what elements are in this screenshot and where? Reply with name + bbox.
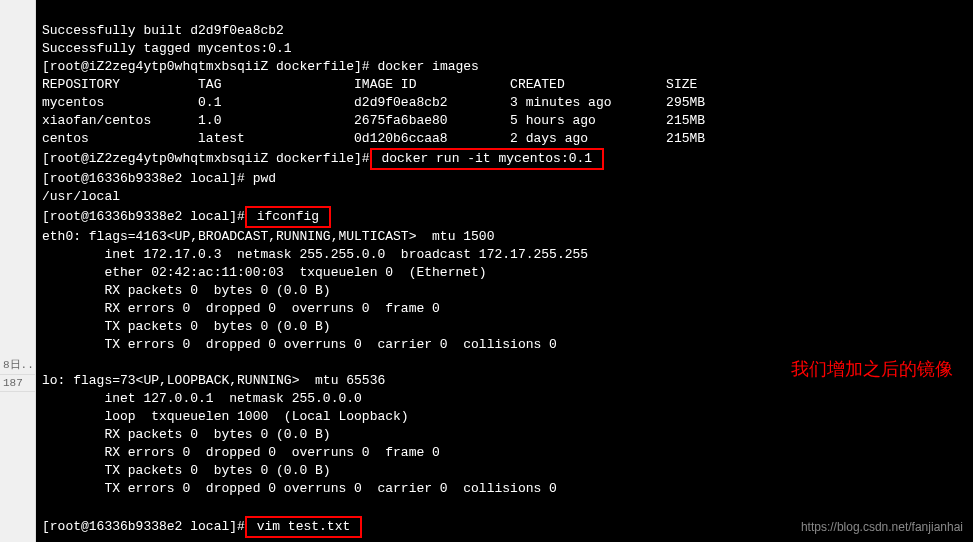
terminal-line: TX errors 0 dropped 0 overruns 0 carrier… [42, 337, 557, 352]
terminal-line: /usr/local [42, 189, 120, 204]
terminal-prompt: [root@16336b9338e2 local]# [42, 209, 245, 224]
sidebar: 8日... 187 [0, 0, 36, 542]
highlighted-command: vim test.txt [245, 516, 362, 538]
terminal-line: lo: flags=73<UP,LOOPBACK,RUNNING> mtu 65… [42, 373, 385, 388]
terminal-line: ether 02:42:ac:11:00:03 txqueuelen 0 (Et… [42, 265, 487, 280]
watermark-text: https://blog.csdn.net/fanjianhai [801, 518, 963, 536]
highlighted-command: ifconfig [245, 206, 331, 228]
terminal-prompt: [root@iZ2zeg4ytp0whqtmxbsqiiZ dockerfile… [42, 59, 377, 74]
terminal-line: TX packets 0 bytes 0 (0.0 B) [42, 463, 331, 478]
terminal-command: pwd [253, 171, 276, 186]
terminal-command: docker images [377, 59, 478, 74]
sidebar-item[interactable]: 187 [0, 375, 35, 392]
annotation-text: 我们增加之后的镜像 [791, 360, 953, 378]
highlighted-command: docker run -it mycentos:0.1 [370, 148, 604, 170]
terminal-line: Successfully built d2d9f0ea8cb2 [42, 23, 284, 38]
terminal-line: TX errors 0 dropped 0 overruns 0 carrier… [42, 481, 557, 496]
terminal-line: RX errors 0 dropped 0 overruns 0 frame 0 [42, 301, 440, 316]
terminal-line: RX packets 0 bytes 0 (0.0 B) [42, 283, 331, 298]
terminal-line: eth0: flags=4163<UP,BROADCAST,RUNNING,MU… [42, 229, 494, 244]
terminal-line: mycentos 0.1 d2d9f0ea8cb2 3 minutes ago … [42, 95, 705, 110]
terminal-prompt: [root@16336b9338e2 local]# [42, 519, 245, 534]
terminal-line: centos latest 0d120b6ccaa8 2 days ago 21… [42, 131, 705, 146]
terminal-line: RX packets 0 bytes 0 (0.0 B) [42, 427, 331, 442]
terminal-output[interactable]: Successfully built d2d9f0ea8cb2 Successf… [36, 0, 973, 542]
terminal-prompt: [root@iZ2zeg4ytp0whqtmxbsqiiZ dockerfile… [42, 151, 370, 166]
terminal-line: TX packets 0 bytes 0 (0.0 B) [42, 319, 331, 334]
terminal-line: Successfully tagged mycentos:0.1 [42, 41, 292, 56]
terminal-line: RX errors 0 dropped 0 overruns 0 frame 0 [42, 445, 440, 460]
terminal-prompt: [root@16336b9338e2 local]# [42, 171, 253, 186]
terminal-line: REPOSITORY TAG IMAGE ID CREATED SIZE [42, 77, 697, 92]
terminal-line: loop txqueuelen 1000 (Local Loopback) [42, 409, 409, 424]
terminal-line: xiaofan/centos 1.0 2675fa6bae80 5 hours … [42, 113, 705, 128]
terminal-line: inet 172.17.0.3 netmask 255.255.0.0 broa… [42, 247, 588, 262]
sidebar-item[interactable]: 8日... [0, 355, 35, 375]
terminal-line: inet 127.0.0.1 netmask 255.0.0.0 [42, 391, 362, 406]
